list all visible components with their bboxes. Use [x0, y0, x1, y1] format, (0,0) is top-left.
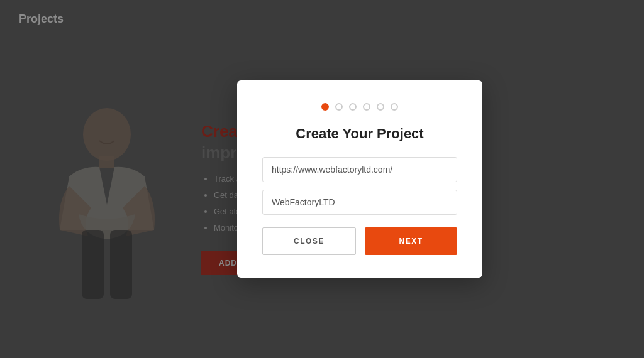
create-project-modal: Create Your Project CLOSE NEXT: [237, 80, 482, 278]
step-dot-2: [335, 103, 343, 111]
step-dot-4: [363, 103, 370, 111]
project-name-input[interactable]: [262, 190, 457, 215]
next-button[interactable]: NEXT: [365, 227, 457, 255]
modal-wrapper: Create Your Project CLOSE NEXT: [0, 0, 644, 358]
step-dot-1: [321, 103, 329, 111]
step-dot-5: [377, 103, 384, 111]
close-button[interactable]: CLOSE: [262, 227, 356, 255]
step-indicator: [262, 103, 457, 111]
modal-title: Create Your Project: [262, 126, 457, 142]
step-dot-3: [349, 103, 357, 111]
modal-actions: CLOSE NEXT: [262, 227, 457, 255]
step-dot-6: [391, 103, 398, 111]
project-url-input[interactable]: [262, 157, 457, 182]
